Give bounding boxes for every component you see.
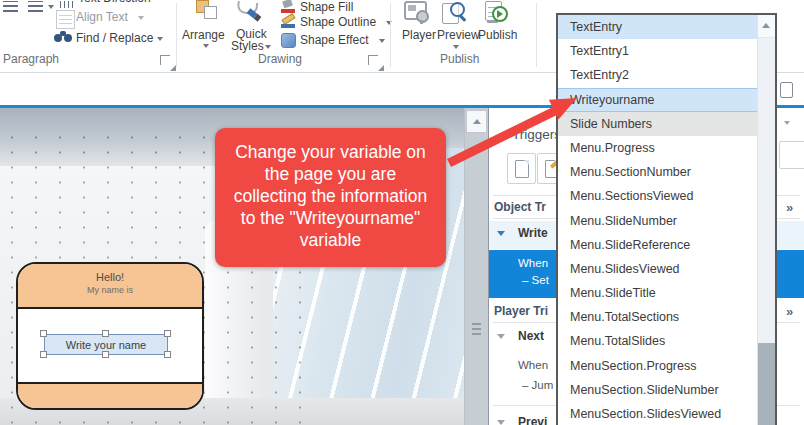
collapse-section-icon[interactable]: » — [786, 304, 793, 319]
shape-fill-icon — [281, 0, 295, 13]
selection-handle[interactable] — [102, 330, 109, 337]
expand-group-icon[interactable] — [497, 231, 505, 236]
arrange-icon — [196, 0, 218, 20]
align-text-button[interactable]: Align Text — [76, 10, 128, 24]
layout-control-icon[interactable] — [780, 82, 793, 98]
publish-icon — [484, 1, 512, 24]
splitter-grip-icon — [472, 323, 481, 335]
object-triggers-header: Object Tr — [494, 200, 546, 214]
scroll-up-icon — [473, 119, 481, 124]
quick-styles-label2[interactable]: Styles — [231, 39, 264, 53]
paragraph-dialog-launcher[interactable] — [160, 55, 170, 65]
callout-line: the page you are — [215, 163, 446, 185]
trigger-group-label: Write — [518, 226, 548, 240]
annotation-callout: Change your variable on the page you are… — [215, 128, 446, 267]
panel-splitter[interactable] — [464, 108, 488, 425]
shape-outline-button[interactable]: Shape Outline — [300, 15, 376, 29]
arrange-button[interactable]: Arrange — [182, 28, 225, 42]
dropdown-item[interactable]: MenuSection.SlidesViewed — [558, 402, 757, 425]
player-button[interactable]: Player — [402, 28, 436, 42]
dropdown-scrollbar[interactable] — [757, 15, 775, 425]
publish-button[interactable]: Publish — [478, 28, 517, 42]
line-spacing-icon[interactable] — [28, 1, 43, 12]
selection-handle[interactable] — [164, 351, 171, 358]
expand-group-icon[interactable] — [497, 420, 505, 425]
dropdown-item[interactable]: MenuSection.Progress — [558, 354, 757, 378]
dropdown-group-header: Slide Numbers — [558, 112, 757, 136]
group-divider — [390, 3, 391, 67]
dropdown-item[interactable]: Writeyourname — [558, 88, 757, 112]
dropdown-item[interactable]: MenuSection.SlideNumber — [558, 378, 757, 402]
text-direction-icon[interactable] — [60, 1, 74, 8]
arrange-caret-icon[interactable] — [203, 44, 209, 48]
drawing-dialog-launcher[interactable] — [368, 55, 378, 65]
toolbar-button[interactable] — [779, 141, 804, 169]
shape-effect-caret-icon[interactable] — [379, 39, 385, 43]
previous-group-label[interactable]: Previ — [518, 415, 547, 425]
preview-caret-icon[interactable] — [453, 45, 459, 49]
shape-bottom-band — [18, 382, 202, 408]
text-entry-value: Write your name — [66, 339, 147, 351]
variable-dropdown-list: TextEntryTextEntry1TextEntry2Writeyourna… — [558, 15, 757, 425]
find-replace-caret-icon[interactable] — [157, 37, 163, 41]
selection-handle[interactable] — [40, 351, 47, 358]
dropdown-item[interactable]: TextEntry — [558, 15, 757, 39]
trigger-action-text[interactable]: – Jum — [522, 379, 553, 391]
callout-line: collecting the information — [215, 185, 446, 207]
collapse-section-icon[interactable]: » — [786, 200, 793, 215]
app-window: Text Direction Align Text Find / Replace… — [0, 0, 804, 425]
panel-menu-caret-icon[interactable] — [784, 121, 790, 125]
canvas-scroll-up-button[interactable] — [466, 110, 487, 133]
dropdown-item[interactable]: Menu.SlideReference — [558, 233, 757, 257]
line-spacing-caret-icon[interactable] — [48, 5, 54, 9]
shape-outline-icon — [281, 15, 295, 28]
dropdown-item[interactable]: TextEntry1 — [558, 39, 757, 63]
selection-handle[interactable] — [102, 351, 109, 358]
trigger-when-text[interactable]: When — [518, 359, 548, 371]
expand-group-icon[interactable] — [497, 334, 505, 339]
shape-effect-icon — [281, 33, 296, 48]
trigger-when-text: When — [518, 257, 548, 269]
dropdown-item[interactable]: TextEntry2 — [558, 63, 757, 87]
new-trigger-icon — [515, 160, 529, 178]
dropdown-item[interactable]: Menu.SectionsViewed — [558, 184, 757, 208]
callout-line: variable — [215, 229, 446, 251]
find-replace-icon[interactable] — [54, 31, 72, 43]
quick-styles-caret-icon[interactable] — [265, 45, 271, 49]
preview-button[interactable]: Preview — [437, 28, 480, 42]
shape-outline-caret-icon[interactable] — [386, 21, 392, 25]
trigger-action-text: – Set — [522, 274, 549, 286]
shape-top-band: Hello! My name is — [18, 264, 202, 309]
dropdown-scroll-thumb[interactable] — [758, 343, 775, 425]
publish-group-label: Publish — [440, 52, 479, 66]
dropdown-item[interactable]: Menu.TotalSections — [558, 305, 757, 329]
player-icon — [404, 1, 430, 23]
indent-icon[interactable] — [3, 1, 18, 12]
scroll-up-icon — [762, 23, 770, 28]
text-direction-label[interactable]: Text Direction — [78, 0, 151, 5]
group-divider — [176, 3, 177, 67]
align-text-caret-icon[interactable] — [138, 16, 144, 20]
dropdown-item[interactable]: Menu.TotalSlides — [558, 329, 757, 353]
callout-line: Change your variable on — [215, 141, 446, 163]
new-trigger-button[interactable] — [507, 153, 536, 184]
variable-dropdown: TextEntryTextEntry1TextEntry2Writeyourna… — [556, 13, 777, 425]
selection-handle[interactable] — [164, 330, 171, 337]
find-replace-button[interactable]: Find / Replace — [76, 31, 153, 45]
dropdown-item[interactable]: Menu.SlideTitle — [558, 281, 757, 305]
quick-styles-icon — [234, 0, 264, 26]
dropdown-item[interactable]: Menu.SlideNumber — [558, 209, 757, 233]
next-group-label[interactable]: Next — [518, 329, 544, 343]
group-divider — [536, 3, 537, 67]
dropdown-item[interactable]: Menu.SlidesViewed — [558, 257, 757, 281]
dropdown-scroll-up-button[interactable] — [758, 15, 775, 38]
align-text-icon[interactable] — [56, 10, 75, 29]
preview-icon — [442, 1, 470, 23]
selection-handle[interactable] — [40, 330, 47, 337]
shape-effect-button[interactable]: Shape Effect — [300, 33, 369, 47]
dropdown-item[interactable]: Menu.SectionNumber — [558, 160, 757, 184]
drawing-group-label: Drawing — [258, 52, 302, 66]
shape-fill-button[interactable]: Shape Fill — [300, 0, 353, 14]
dropdown-item[interactable]: Menu.Progress — [558, 136, 757, 160]
player-triggers-header: Player Tri — [494, 304, 548, 318]
